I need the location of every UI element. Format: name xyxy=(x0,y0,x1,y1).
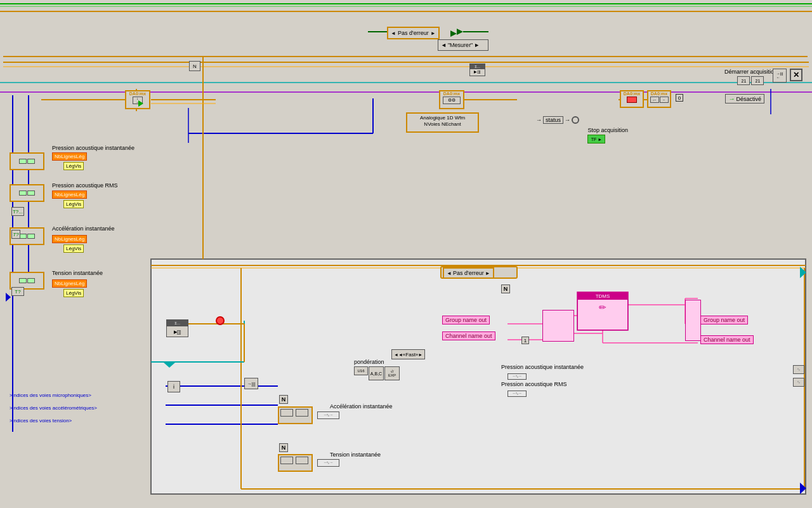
one-constant: 1 xyxy=(521,337,529,344)
n-constant-tension: N xyxy=(279,443,288,452)
fast-dropdown[interactable]: ◄◄ «Fast» ► xyxy=(391,349,425,359)
nb-lignes-block-1: NbLignesLég xyxy=(52,152,87,161)
mesurer-dropdown[interactable]: ◄ "Mesurer" ► xyxy=(438,39,488,51)
mesurer-label: "Mesurer" xyxy=(448,42,473,48)
main-canvas: ◄ Pas d'erreur ► ◄ "Mesurer" ► Démarrer … xyxy=(0,0,812,508)
indices-micro-label: >indices des voies microphoniques> xyxy=(10,392,91,398)
acq-block2: 21 xyxy=(751,76,764,85)
leg-vis-block-3: LégVis xyxy=(63,244,84,253)
t-constant-3: T? xyxy=(11,230,20,239)
calc-block: A,B,C xyxy=(369,366,384,380)
array-indicator-top: Σ... ▶[]] xyxy=(469,64,485,76)
right-connector-bottom xyxy=(797,483,809,494)
analogique-block: Analogique 1D WfmNVoies NEchant xyxy=(406,112,479,133)
subdiagram-counter-top: N xyxy=(189,61,200,71)
leg-vis-block-1: LégVis xyxy=(63,162,84,170)
stop-circle[interactable] xyxy=(216,316,225,325)
inner-error-cluster[interactable]: ◄ Pas d'erreur ► xyxy=(443,267,494,279)
right-arrow-error[interactable]: ► xyxy=(431,30,436,36)
ponderation-area: pondération U16 A,B,C √/EXP xyxy=(354,359,400,380)
svg-marker-42 xyxy=(450,30,457,37)
t-constant-4: T? xyxy=(11,287,24,296)
status-indicator xyxy=(572,116,579,124)
pression-rms-label: Pression acoustique RMS xyxy=(52,182,118,189)
wire-layer xyxy=(0,0,812,508)
left-arrow-mesurer[interactable]: ◄ xyxy=(441,42,447,48)
left-arrow-error[interactable]: ◄ xyxy=(391,30,396,36)
iteration-counter: →|||← xyxy=(773,69,787,83)
matrix-block-1 xyxy=(10,152,44,170)
false-constant: 0 xyxy=(676,94,683,102)
exp-block: √/EXP xyxy=(384,366,400,380)
group-name-out-left: Group name out xyxy=(442,316,490,324)
start-acquisition-area: Démarrer acquisition 21 21 xyxy=(724,69,777,85)
nb-lignes-block-2: NbLignesLég xyxy=(52,190,87,199)
indices-accel-label: >indices des voies accélérométriques> xyxy=(10,405,97,411)
status-label: status xyxy=(543,116,563,124)
i-constant: i xyxy=(167,381,180,392)
left-arrow-inner-error[interactable]: ◄ xyxy=(447,271,452,276)
pression-rms-inner-label: Pression acoustique RMS xyxy=(501,381,567,387)
inner-error-label: Pas d'erreur xyxy=(453,270,484,276)
outer-left-connector xyxy=(3,292,13,302)
right-connector-top xyxy=(797,267,809,278)
status-block: → status → xyxy=(536,116,579,124)
u16-block: U16 xyxy=(354,366,368,375)
pink-block-left xyxy=(542,310,574,342)
close-button[interactable]: ✕ xyxy=(790,69,802,81)
channel-name-out-right: Channel name out xyxy=(700,335,754,344)
wave-indicator-2: ~∿~ xyxy=(508,391,527,397)
right-arrow-mesurer[interactable]: ► xyxy=(474,42,480,48)
deactivate-label: Désactivé xyxy=(736,96,761,102)
stop-label: Stop acquisition xyxy=(587,127,628,133)
arrow-status-out: → xyxy=(565,117,570,123)
tension-inst-label: Tension instantanée xyxy=(52,270,103,276)
t-constant-2: T?... xyxy=(11,207,24,216)
nb-lignes-block-4: NbLignesLég xyxy=(52,279,87,288)
pression-inst-label: Pression acoustique instantanée xyxy=(52,145,134,151)
indices-tension-label: >indices des voies tension> xyxy=(10,418,72,424)
n-constant-inner: N xyxy=(501,284,510,293)
right-arrow-inner-error[interactable]: ► xyxy=(485,271,490,276)
n-constant-accel: N xyxy=(279,395,288,404)
right-arrow-fast[interactable]: ► xyxy=(418,352,422,357)
svg-marker-39 xyxy=(457,29,463,35)
left-arrow-fast[interactable]: ◄◄ xyxy=(394,352,403,357)
da-block-4: DA0:mx ↓~ ~ xyxy=(647,90,671,108)
da-block-1: DA0:mx ↓~ xyxy=(125,90,150,109)
wave-indicator-accel: ~∿~ xyxy=(317,411,339,419)
iteration-counter-inner: →||| xyxy=(244,378,258,389)
stop-acquisition-area: Stop acquisition TF ► xyxy=(587,127,628,144)
svg-rect-3 xyxy=(3,56,808,57)
deactivate-block: → Désactivé xyxy=(725,94,764,104)
accel-inner-label: Accélération instantanée xyxy=(330,403,393,410)
group-name-out-right: Group name out xyxy=(700,316,748,324)
svg-rect-10 xyxy=(151,259,806,494)
tdms-block: TDMS ✏ xyxy=(577,292,628,330)
pink-block-right xyxy=(685,300,701,341)
error-label: Pas d'erreur xyxy=(398,30,429,36)
accel-inst-label: Accélération instantanée xyxy=(52,225,115,232)
channel-name-out-left: Channel name out xyxy=(442,331,495,340)
arrow-status: → xyxy=(536,117,542,123)
nb-lignes-block-3: NbLignesLég xyxy=(52,235,87,243)
subdiagram-counter-left: Σ... ▶[]] xyxy=(166,319,188,337)
fast-label: «Fast» xyxy=(403,352,418,358)
ponderation-label: pondération xyxy=(354,359,400,365)
leg-vis-block-2: LégVis xyxy=(63,200,84,208)
start-acquisition-label: Démarrer acquisition xyxy=(724,69,777,75)
wave-indicator-tension: ~∿~ xyxy=(317,459,339,467)
waveform-out-1: ∿ xyxy=(793,365,804,374)
tension-sub-block xyxy=(278,454,313,472)
matrix-block-2 xyxy=(10,184,44,202)
leg-vis-block-4: LégVis xyxy=(63,289,84,297)
down-arrow-inner xyxy=(164,361,175,370)
arrow-deactivate: → xyxy=(728,95,735,102)
top-error-cluster[interactable]: ◄ Pas d'erreur ► xyxy=(387,27,440,39)
acq-block1: 21 xyxy=(737,76,750,85)
stop-block: TF ► xyxy=(587,135,605,144)
tension-inner-label: Tension instantanée xyxy=(330,451,381,458)
wave-indicator-1: ~∿~ xyxy=(508,373,527,380)
waveform-out-2: ∿ xyxy=(793,378,804,387)
accel-sub-block xyxy=(278,406,313,424)
